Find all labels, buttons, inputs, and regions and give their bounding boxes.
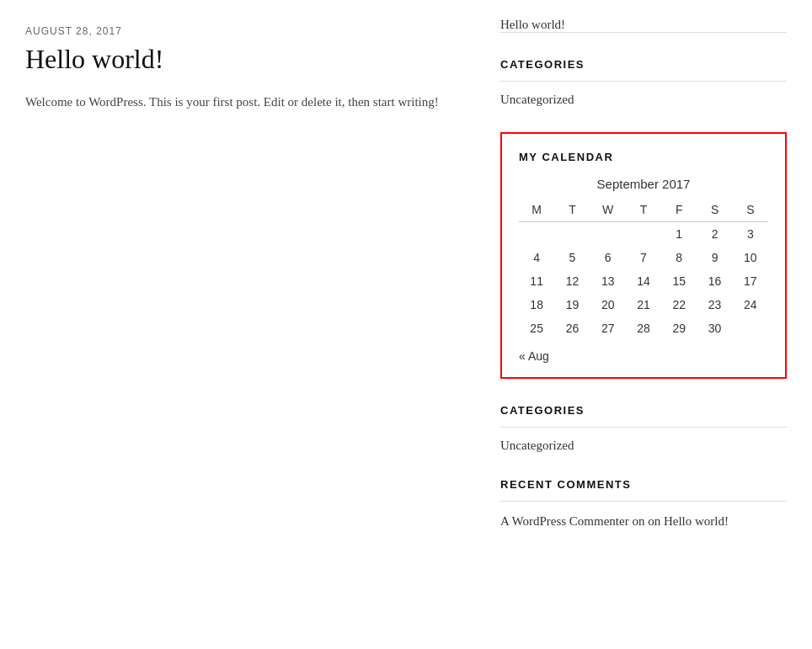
cal-day-s1: S [697,198,732,222]
calendar-day-cell: 10 [733,246,768,269]
sidebar: Hello world! CATEGORIES Uncategorized MY… [500,17,787,556]
calendar-day-cell [733,317,768,340]
post-title: Hello world! [25,44,450,75]
calendar-day-cell: 7 [626,246,661,269]
calendar-day-cell: 29 [661,317,697,340]
main-content: August 28, 2017 Hello world! Welcome to … [25,17,450,556]
categories-section-1: CATEGORIES Uncategorized [500,58,787,107]
calendar-table: September 2017 M T W T F S S 12345678910… [519,177,768,340]
divider-3 [500,427,787,428]
cal-day-w: W [590,198,626,222]
category-link-1[interactable]: Uncategorized [500,93,574,106]
page-layout: August 28, 2017 Hello world! Welcome to … [0,0,812,573]
divider-1 [500,32,787,33]
recent-comments-section: RECENT COMMENTS A WordPress Commenter on… [500,478,787,531]
calendar-day-cell: 8 [661,246,697,269]
calendar-nav: « Aug [519,348,768,364]
categories-title-2: CATEGORIES [500,404,787,417]
calendar-day-cell: 20 [590,293,626,317]
post-body: Welcome to WordPress. This is your first… [25,92,450,114]
calendar-week-row: 123 [519,222,768,247]
recent-comment-on-text: on [648,514,664,528]
calendar-day-cell: 1 [661,222,697,247]
calendar-day-cell: 26 [554,317,590,340]
calendar-day-cell: 21 [626,293,661,317]
calendar-body: 1234567891011121314151617181920212223242… [519,222,768,341]
recent-comment-on: on [632,514,644,528]
calendar-day-cell: 3 [733,222,768,247]
calendar-day-cell: 15 [661,269,697,293]
recent-comments-title: RECENT COMMENTS [500,478,787,491]
calendar-day-cell: 19 [554,293,590,317]
calendar-week-row: 252627282930 [519,317,768,340]
post-section: August 28, 2017 Hello world! Welcome to … [25,25,450,114]
calendar-day-cell: 2 [697,222,732,247]
calendar-week-row: 18192021222324 [519,293,768,317]
calendar-day-cell: 23 [697,293,732,317]
cal-day-s2: S [733,198,768,222]
divider-4 [500,501,787,502]
cal-day-t2: T [626,198,661,222]
calendar-day-cell: 17 [733,269,768,293]
divider-2 [500,81,787,82]
calendar-widget: MY CALENDAR September 2017 M T W T F S S… [500,132,787,379]
calendar-day-cell: 22 [661,293,697,317]
calendar-day-cell: 30 [697,317,732,340]
recent-comment-author-link[interactable]: A WordPress Commenter [500,514,629,528]
calendar-day-cell [554,222,590,247]
calendar-day-cell: 18 [519,293,554,317]
calendar-day-cell: 5 [554,246,590,269]
calendar-day-cell: 25 [519,317,554,340]
calendar-day-cell: 28 [626,317,661,340]
calendar-day-cell [519,222,554,247]
calendar-month-label: September 2017 [519,177,768,191]
categories-section-2: CATEGORIES Uncategorized [500,404,787,453]
calendar-day-cell: 24 [733,293,768,317]
category-link-2[interactable]: Uncategorized [500,439,574,452]
calendar-prev-link[interactable]: « Aug [519,349,549,363]
calendar-day-cell [590,222,626,247]
recent-posts-section: Hello world! [500,17,787,33]
cal-day-f: F [661,198,697,222]
cal-day-m: M [519,198,554,222]
recent-comment-post-link[interactable]: Hello world! [664,514,729,528]
calendar-day-cell: 4 [519,246,554,269]
calendar-day-cell: 27 [590,317,626,340]
cal-day-t1: T [554,198,590,222]
calendar-day-cell: 13 [590,269,626,293]
categories-title-1: CATEGORIES [500,58,787,71]
recent-post-link[interactable]: Hello world! [500,18,565,31]
calendar-day-cell: 14 [626,269,661,293]
calendar-week-row: 11121314151617 [519,269,768,293]
post-date: August 28, 2017 [25,25,450,37]
calendar-day-cell: 6 [590,246,626,269]
calendar-day-cell [626,222,661,247]
calendar-day-cell: 16 [697,269,732,293]
recent-comment-item: A WordPress Commenter on on Hello world! [500,512,787,531]
calendar-widget-title: MY CALENDAR [519,151,768,163]
calendar-header-row: M T W T F S S [519,198,768,222]
calendar-day-cell: 9 [697,246,732,269]
calendar-day-cell: 11 [519,269,554,293]
calendar-day-cell: 12 [554,269,590,293]
calendar-week-row: 45678910 [519,246,768,269]
